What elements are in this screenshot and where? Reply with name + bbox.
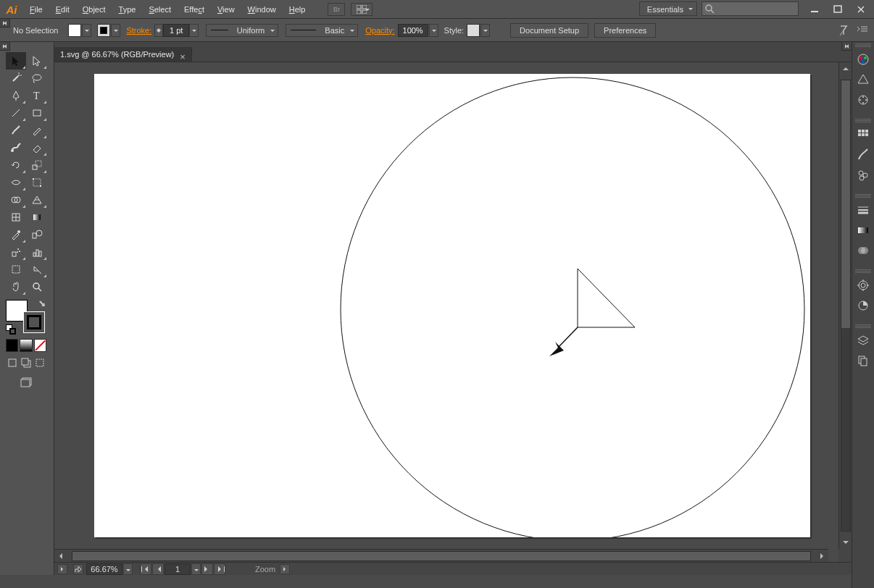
- artboard[interactable]: [94, 74, 810, 537]
- vertical-scroll-track[interactable]: [841, 80, 851, 532]
- stroke-weight-stepper[interactable]: 1 pt: [154, 24, 199, 37]
- type-tool[interactable]: T: [27, 87, 47, 104]
- status-popup-button[interactable]: [57, 564, 67, 574]
- artboard-dropdown[interactable]: [191, 563, 201, 575]
- rectangle-tool[interactable]: [27, 104, 47, 122]
- blob-brush-tool[interactable]: [6, 139, 26, 156]
- appearance-panel-button[interactable]: [854, 277, 872, 294]
- horizontal-scroll-track[interactable]: [72, 551, 811, 561]
- draw-inside[interactable]: [34, 356, 46, 369]
- minimize-button[interactable]: [803, 2, 826, 17]
- free-transform-tool[interactable]: [27, 174, 47, 191]
- color-solid[interactable]: [6, 339, 18, 352]
- options-collapse-tab[interactable]: [0, 19, 10, 28]
- variable-width-profile[interactable]: Uniform: [206, 24, 278, 37]
- hand-tool[interactable]: [6, 278, 26, 295]
- stroke-label[interactable]: Stroke:: [126, 26, 151, 35]
- draw-behind[interactable]: [20, 356, 32, 369]
- artboard-number-field[interactable]: 1: [165, 563, 191, 575]
- tools-collapse-tab[interactable]: [0, 42, 10, 51]
- symbols-panel-button[interactable]: [854, 167, 872, 184]
- brushes-panel-button[interactable]: [854, 146, 872, 164]
- slice-tool[interactable]: [27, 261, 47, 278]
- selection-tool[interactable]: [6, 52, 26, 70]
- symbol-sprayer-tool[interactable]: [6, 243, 26, 261]
- last-artboard-button[interactable]: [214, 563, 225, 575]
- menu-type[interactable]: Type: [112, 0, 143, 19]
- default-fill-stroke[interactable]: [6, 324, 16, 335]
- opacity-field[interactable]: 100%: [398, 24, 428, 37]
- vertical-scrollbar[interactable]: [838, 62, 852, 549]
- menu-edit[interactable]: Edit: [49, 0, 76, 19]
- arrange-documents-button[interactable]: [351, 3, 373, 16]
- horizontal-scrollbar[interactable]: [54, 549, 828, 562]
- color-gradient[interactable]: [20, 339, 32, 352]
- opacity-dropdown[interactable]: [429, 24, 438, 37]
- status-share-button[interactable]: [73, 564, 83, 574]
- zoom-tool[interactable]: [27, 278, 47, 295]
- vertical-scroll-thumb[interactable]: [841, 80, 850, 328]
- style-dropdown[interactable]: [480, 24, 490, 37]
- swap-fill-stroke[interactable]: [36, 300, 46, 310]
- line-tool[interactable]: [6, 104, 26, 122]
- workspace-switcher[interactable]: Essentials: [639, 1, 697, 16]
- panel-grip[interactable]: [855, 269, 871, 274]
- opacity-label[interactable]: Opacity:: [365, 26, 394, 35]
- menu-select[interactable]: Select: [142, 0, 178, 19]
- swatches-panel-button[interactable]: [854, 126, 872, 143]
- kuler-panel-button[interactable]: [854, 91, 872, 109]
- panel-grip[interactable]: [855, 43, 871, 48]
- right-panels-collapse-tab[interactable]: [841, 42, 852, 51]
- menu-window[interactable]: Window: [241, 0, 283, 19]
- options-menu-button[interactable]: [857, 25, 868, 36]
- magic-wand-tool[interactable]: [6, 70, 26, 87]
- stroke-dropdown[interactable]: [111, 24, 120, 37]
- panel-grip[interactable]: [855, 119, 871, 123]
- gradient-panel-button[interactable]: [854, 222, 872, 239]
- draw-normal[interactable]: [6, 356, 18, 369]
- color-panel-button[interactable]: [854, 51, 872, 68]
- layers-panel-button[interactable]: [854, 332, 872, 349]
- shape-builder-tool[interactable]: [6, 191, 26, 209]
- eyedropper-tool[interactable]: [6, 226, 26, 243]
- scale-tool[interactable]: [27, 156, 47, 174]
- menu-help[interactable]: Help: [283, 0, 312, 19]
- color-guide-panel-button[interactable]: [854, 71, 872, 88]
- lasso-tool[interactable]: [27, 70, 47, 87]
- graphic-styles-panel-button[interactable]: [854, 297, 872, 314]
- rotate-tool[interactable]: [6, 156, 26, 174]
- close-button[interactable]: [849, 2, 873, 17]
- scroll-up-button[interactable]: [841, 62, 851, 72]
- fill-swatch[interactable]: [68, 24, 81, 37]
- stroke-swatch[interactable]: [97, 24, 110, 37]
- go-to-bridge-button[interactable]: Br: [328, 3, 345, 16]
- status-info-dropdown[interactable]: [280, 564, 290, 574]
- zoom-dropdown[interactable]: [123, 563, 133, 575]
- document-tab[interactable]: 1.svg @ 66.67% (RGB/Preview): [54, 47, 192, 62]
- menu-file[interactable]: File: [23, 0, 49, 19]
- brush-definition[interactable]: Basic: [286, 24, 358, 37]
- prev-artboard-button[interactable]: [152, 563, 164, 575]
- maximize-button[interactable]: [826, 2, 849, 17]
- stroke-weight-dropdown[interactable]: [189, 24, 199, 37]
- width-tool[interactable]: [6, 174, 26, 191]
- color-none[interactable]: [34, 339, 46, 352]
- pencil-tool[interactable]: [27, 122, 47, 139]
- fill-dropdown[interactable]: [82, 24, 91, 37]
- menu-object[interactable]: Object: [76, 0, 112, 19]
- zoom-field[interactable]: 66.67%: [86, 563, 122, 575]
- scroll-down-button[interactable]: [841, 539, 851, 549]
- stroke-weight-stepper-buttons[interactable]: [154, 24, 163, 37]
- align-to-button[interactable]: [838, 25, 849, 36]
- panel-grip[interactable]: [855, 324, 871, 329]
- gradient-tool[interactable]: [27, 209, 47, 226]
- column-graph-tool[interactable]: [27, 243, 47, 261]
- style-swatch[interactable]: [467, 24, 480, 37]
- direct-selection-tool[interactable]: [27, 52, 47, 70]
- scroll-left-button[interactable]: [54, 551, 64, 561]
- mesh-tool[interactable]: [6, 209, 26, 226]
- preferences-button[interactable]: Preferences: [594, 23, 656, 38]
- menu-view[interactable]: View: [211, 0, 241, 19]
- paintbrush-tool[interactable]: [6, 122, 26, 139]
- screen-mode-button[interactable]: [17, 374, 37, 391]
